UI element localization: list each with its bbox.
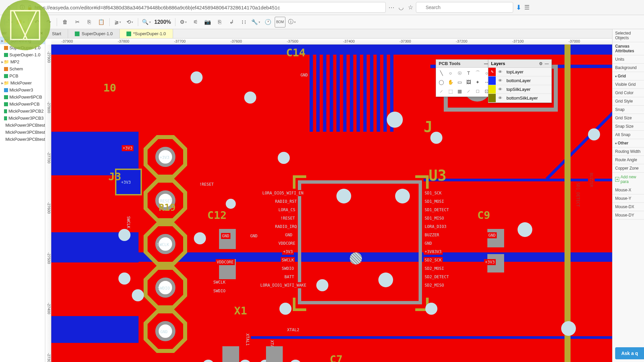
ellipse-tool[interactable]: ◯: [437, 78, 445, 86]
grid-style-row[interactable]: Grid Style: [612, 97, 644, 106]
canvas-origin-tool[interactable]: ✦: [474, 78, 482, 86]
other-header[interactable]: Other: [612, 139, 644, 147]
routing-width-row[interactable]: Routing Width: [612, 147, 644, 156]
tree-item[interactable]: MickPower3PCB3: [0, 115, 45, 122]
star-icon[interactable]: ☆: [408, 4, 413, 11]
image-tool[interactable]: 🖼: [465, 78, 473, 86]
import-button[interactable]: ↲: [226, 17, 237, 27]
tree-item[interactable]: ▸📁MickPower: [0, 79, 45, 86]
ruler-tick: -37300: [399, 39, 411, 43]
share-button[interactable]: ⚟: [190, 17, 201, 27]
tree-item[interactable]: Schem: [0, 65, 45, 72]
pad-tool[interactable]: ○: [446, 69, 454, 77]
gear-button[interactable]: ⚙: [178, 17, 189, 27]
snap-size-row[interactable]: Snap Size: [612, 122, 644, 131]
eye-icon[interactable]: 👁: [496, 78, 504, 83]
tree-item[interactable]: MickPower3PCBtest: [0, 122, 45, 129]
eye-icon[interactable]: 👁: [496, 69, 504, 74]
grid-header[interactable]: Grid: [612, 72, 644, 80]
alt-snap-row[interactable]: Alt Snap: [612, 131, 644, 139]
tree-item[interactable]: ▸📁MP2: [0, 58, 45, 65]
track-tool[interactable]: ╲: [437, 69, 445, 77]
pcb-icon: [4, 74, 8, 78]
copper-tool[interactable]: ⬚: [446, 87, 454, 95]
tree-item[interactable]: MickPower3PCBtest2: [0, 129, 45, 136]
layers-header[interactable]: Layers ⚙ —: [488, 60, 551, 68]
layer-row[interactable]: 👁bottomSilkLayer: [488, 94, 551, 103]
tab-file-2[interactable]: *SuperDuper-1.0: [120, 29, 173, 38]
layer-swatch: [488, 85, 496, 94]
grid-color-row[interactable]: Grid Color: [612, 89, 644, 97]
gear-icon[interactable]: ⚙: [539, 61, 543, 66]
canvas-area: Start SuperDuper-1.0 *SuperDuper-1.0 -37…: [45, 29, 612, 362]
cut-button[interactable]: ✂: [72, 17, 83, 27]
copy-button[interactable]: ⎘: [84, 17, 95, 27]
zoom-button[interactable]: 🔍: [141, 17, 152, 27]
net-label: RADIO_IRQ: [274, 224, 298, 230]
layer-name: topLayer: [504, 69, 524, 74]
net-label: LORA_DIO1_WIFI_WAKE: [259, 282, 307, 288]
ruler-vertical: -27900-27800-27700-27600-27500-27400-273…: [45, 45, 51, 362]
rect-tool[interactable]: ▭: [455, 78, 464, 86]
copper-zone-row[interactable]: Copper Zone: [612, 164, 644, 173]
eye-icon[interactable]: 👁: [496, 87, 504, 92]
add-parameter[interactable]: Add new para: [612, 173, 644, 186]
autoroute-button[interactable]: ⫶⫶: [238, 17, 249, 27]
grid-size-row[interactable]: Grid Size: [612, 114, 644, 122]
history-button[interactable]: 🕐: [263, 17, 273, 27]
ruler-tick: -27800: [45, 102, 51, 113]
net-label: SD1_SCK: [424, 190, 443, 196]
dimension-tool[interactable]: ⟋: [465, 87, 473, 95]
tab-file-1[interactable]: SuperDuper-1.0: [68, 29, 120, 38]
arc-tool[interactable]: ⌒: [474, 69, 482, 77]
net-label: XTAL2: [286, 327, 300, 333]
export-button[interactable]: ⎘: [214, 17, 225, 27]
layers-panel[interactable]: Layers ⚙ — ✎👁topLayer👁bottomLayer👁topSil…: [488, 59, 552, 103]
more-icon[interactable]: ⋯: [388, 4, 394, 11]
pcb-icon: [4, 116, 7, 120]
via-tool[interactable]: ⦾: [455, 69, 464, 77]
snap-row[interactable]: Snap: [612, 106, 644, 114]
layer-row[interactable]: 👁topSilkLayer: [488, 85, 551, 94]
ask-question-button[interactable]: Ask a q: [615, 347, 644, 359]
pcb-tools-panel[interactable]: PCB Tools — ╲ ○ ⦾ T ⌒ ○ ◯ ✋ ▭ 🖼 ✦ ↔ ⟋ ⬚ …: [436, 59, 491, 97]
library-icon[interactable]: ☰: [524, 4, 530, 11]
connect-tool[interactable]: □: [474, 87, 482, 95]
browser-search[interactable]: [416, 2, 513, 13]
download-icon[interactable]: ⬇: [516, 3, 522, 11]
paste-button[interactable]: 📋: [96, 17, 107, 27]
layer-row[interactable]: 👁bottomLayer: [488, 76, 551, 85]
tree-item[interactable]: MickPower3: [0, 86, 45, 94]
camera-button[interactable]: 📷: [202, 17, 213, 27]
tools-button[interactable]: 🔧: [251, 17, 261, 27]
tree-item[interactable]: MickPower6PCB: [0, 94, 45, 101]
eye-icon[interactable]: 👁: [496, 96, 504, 101]
schematic-icon: [4, 46, 8, 50]
visible-grid-row[interactable]: Visible Grid: [612, 80, 644, 89]
solid-tool[interactable]: ▦: [455, 87, 464, 95]
bom-button[interactable]: BOM: [275, 17, 285, 27]
route-angle-row[interactable]: Route Angle: [612, 156, 644, 164]
rotate-button[interactable]: ⟲: [124, 17, 135, 27]
background-row[interactable]: Background: [612, 64, 644, 72]
selected-objects-header[interactable]: Selected Objects: [612, 29, 644, 42]
tree-item[interactable]: MickPower3PCBtest3: [0, 136, 45, 143]
minimize-icon[interactable]: —: [545, 61, 549, 66]
units-row[interactable]: Units: [612, 55, 644, 64]
canvas-attributes-header[interactable]: Canvas Attributes: [612, 42, 644, 55]
tree-item[interactable]: MickPower3PCB2: [0, 108, 45, 115]
hole-tool[interactable]: ⟋: [437, 87, 445, 95]
url-field[interactable]: ⓘ 🔒 https://easyeda.com/editor#id=8f6438…: [17, 2, 386, 13]
help-button[interactable]: ⓘ: [287, 17, 298, 27]
move-tool[interactable]: ✋: [446, 78, 454, 86]
align-button[interactable]: ⫺: [112, 17, 123, 27]
layer-row[interactable]: ✎👁topLayer: [488, 68, 551, 76]
tree-item[interactable]: PCB: [0, 72, 45, 79]
tree-item[interactable]: MickPowerPCB: [0, 101, 45, 108]
text-tool[interactable]: T: [465, 69, 473, 77]
ruler-tick: -27900: [45, 51, 51, 63]
tree-item[interactable]: SuperDuper-1.0: [0, 51, 45, 58]
pcb-tools-header[interactable]: PCB Tools —: [436, 60, 491, 68]
pocket-icon[interactable]: ◡: [398, 4, 404, 11]
delete-button[interactable]: 🗑: [60, 17, 70, 27]
